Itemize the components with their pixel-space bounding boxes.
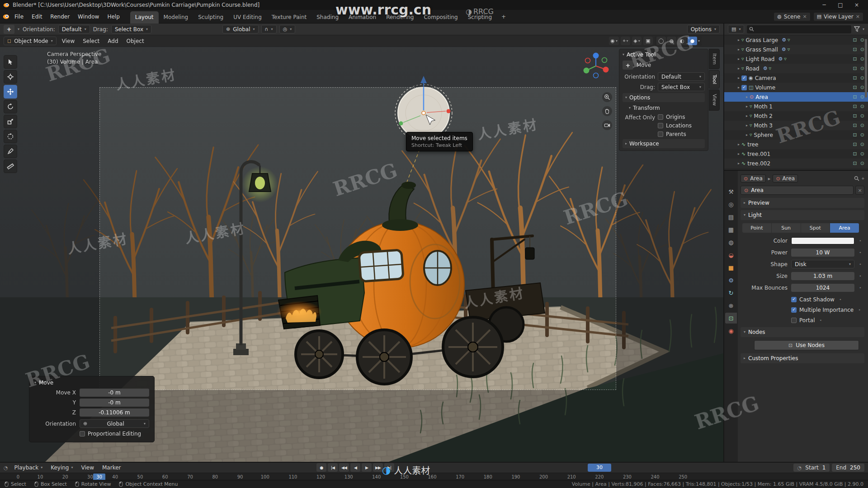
checkbox[interactable] — [658, 131, 663, 137]
outliner-item[interactable]: Road — [724, 64, 868, 73]
frame-start-field[interactable]: Start1 — [793, 464, 830, 472]
expand-icon[interactable] — [738, 67, 740, 70]
expand-icon[interactable] — [738, 152, 740, 156]
keyframe-dot[interactable] — [858, 262, 863, 267]
light-type-button[interactable]: Sun — [772, 223, 801, 233]
affect-only-checkbox[interactable]: Locations — [658, 122, 692, 129]
active-tool-chip[interactable] — [4, 25, 14, 34]
sidebar-tab[interactable]: View — [709, 89, 720, 110]
properties-tab[interactable] — [725, 249, 737, 260]
properties-tab[interactable] — [725, 275, 737, 286]
viewport-menu-item[interactable]: Object — [123, 36, 148, 46]
viewport-visibility-toggle[interactable] — [853, 151, 857, 156]
expand-icon[interactable] — [746, 105, 748, 108]
viewport-visibility-toggle[interactable] — [853, 123, 857, 128]
outliner-item[interactable]: Area — [724, 92, 868, 102]
expand-icon[interactable] — [738, 162, 740, 165]
jump-to-end-button[interactable]: ▶| — [384, 463, 394, 472]
light-type-button[interactable]: Spot — [801, 223, 830, 233]
axis-value-field[interactable]: -0 m — [80, 389, 149, 397]
expand-icon[interactable] — [738, 38, 740, 42]
viewport-visibility-toggle[interactable] — [853, 94, 857, 99]
properties-tab[interactable] — [725, 211, 737, 222]
sidebar-tab[interactable]: Tool — [709, 70, 720, 89]
workspace-tab[interactable]: Compositing — [419, 11, 462, 23]
search-icon[interactable] — [854, 176, 859, 181]
orientation-dropdown[interactable]: Default — [58, 25, 90, 33]
next-keyframe-button[interactable]: ▶▶ — [373, 463, 383, 472]
filter-options-icon[interactable] — [863, 28, 864, 31]
preview-section-header[interactable]: Preview — [741, 198, 864, 208]
workspace-tab[interactable]: Layout — [130, 11, 159, 23]
current-frame-field[interactable]: 30 — [588, 464, 611, 472]
blender-menu-icon[interactable] — [3, 13, 9, 20]
frame-end-field[interactable]: End250 — [832, 464, 864, 472]
collection-checkbox[interactable] — [741, 85, 747, 90]
cursor-tool-button[interactable] — [4, 70, 17, 84]
outliner-item[interactable]: Moth 1 — [724, 102, 868, 111]
outliner-item[interactable]: tree — [724, 140, 868, 149]
viewport-visibility-toggle[interactable] — [853, 38, 857, 42]
outliner-search[interactable] — [747, 25, 851, 33]
sidebar-tab[interactable]: Item — [709, 49, 720, 69]
workspace-tab[interactable]: Modeling — [159, 11, 193, 23]
render-visibility-toggle[interactable] — [860, 75, 864, 80]
shading-rendered-button[interactable] — [688, 37, 697, 45]
checkbox[interactable] — [658, 123, 663, 128]
properties-tab[interactable] — [725, 325, 737, 336]
affect-only-checkbox[interactable]: Parents — [658, 131, 692, 137]
3d-viewport[interactable]: Object Mode ViewSelectAddObject C — [0, 35, 723, 462]
properties-tab[interactable] — [725, 262, 737, 273]
outliner-item[interactable]: Light Road — [724, 54, 868, 64]
collection-checkbox[interactable] — [741, 75, 747, 81]
light-color-swatch[interactable] — [791, 237, 854, 244]
scale-tool-button[interactable] — [4, 115, 17, 128]
filter-icon[interactable] — [854, 26, 860, 32]
gizmos-toggle[interactable] — [621, 37, 630, 45]
workspace-tab[interactable]: UV Editing — [228, 11, 267, 23]
render-visibility-toggle[interactable] — [860, 113, 864, 118]
outliner-scrollbar[interactable] — [865, 39, 867, 98]
light-size-field[interactable]: 1.03 m — [791, 272, 854, 280]
menu-item[interactable]: File — [10, 12, 28, 22]
render-visibility-toggle[interactable] — [860, 47, 864, 52]
properties-tab[interactable] — [725, 186, 737, 197]
axis-value-field[interactable]: -0 m — [80, 399, 149, 407]
render-visibility-toggle[interactable] — [860, 151, 864, 156]
add-workspace-button[interactable]: + — [498, 12, 509, 21]
light-option-checkbox[interactable]: Cast Shadow — [791, 296, 835, 303]
expand-icon[interactable] — [738, 143, 740, 146]
play-button[interactable]: ▶ — [362, 463, 372, 472]
navigation-gizmo[interactable] — [582, 52, 609, 80]
viewport-visibility-toggle[interactable] — [853, 56, 857, 61]
transform-tool-button[interactable] — [4, 130, 17, 143]
viewport-menu-item[interactable]: Add — [104, 36, 122, 46]
menu-item[interactable]: Render — [46, 12, 74, 22]
properties-tab[interactable] — [725, 300, 737, 311]
pan-hand-icon[interactable] — [602, 106, 612, 116]
outliner-item[interactable]: Sphere — [724, 130, 868, 140]
expand-icon[interactable] — [746, 133, 748, 137]
keyframe-dot[interactable] — [838, 297, 843, 302]
light-shape-dropdown[interactable]: Disk — [791, 260, 854, 268]
shading-wireframe-button[interactable] — [656, 37, 666, 45]
checkbox[interactable] — [791, 307, 797, 313]
viewport-visibility-toggle[interactable] — [853, 47, 857, 52]
mode-dropdown[interactable]: Object Mode — [4, 37, 57, 45]
zoom-icon[interactable] — [602, 92, 612, 102]
max-bounces-field[interactable]: 1024 — [791, 284, 854, 292]
drag-dropdown[interactable]: Select Box — [111, 25, 151, 33]
breadcrumb-object[interactable]: Area — [741, 174, 766, 183]
timeline-menu-item[interactable]: Playback — [11, 463, 47, 472]
timeline-menu-item[interactable]: Marker — [99, 463, 124, 472]
move-tool-button[interactable] — [4, 85, 17, 99]
orientation-dropdown[interactable]: Default — [658, 72, 705, 81]
viewport-visibility-toggle[interactable] — [853, 75, 857, 80]
light-power-field[interactable]: 10 W — [791, 249, 854, 257]
timeline-menu-item[interactable]: Keying — [47, 463, 76, 472]
outliner-item[interactable]: Camera — [724, 73, 868, 83]
expand-icon[interactable] — [738, 48, 740, 52]
minimize-button[interactable]: ─ — [816, 0, 832, 10]
timeline-editor-icon[interactable] — [4, 465, 8, 470]
properties-tab[interactable] — [725, 313, 737, 324]
